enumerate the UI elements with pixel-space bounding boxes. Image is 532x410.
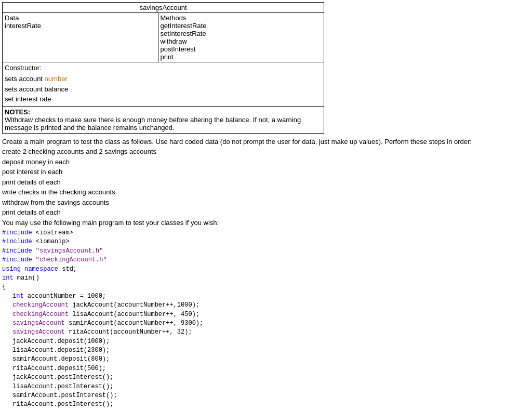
notes-label: NOTES: <box>5 108 30 116</box>
code-line5: savingsAccount ritaAccount(accountNumber… <box>2 328 530 337</box>
code-block: #include <iostream> #include <iomanip> #… <box>2 229 530 410</box>
include1: #include <iostream> <box>2 229 530 237</box>
page: savingsAccount Data interestRate Methods… <box>0 0 532 410</box>
constructor-text: sets account number sets account balance… <box>5 74 322 104</box>
uml-table: savingsAccount Data interestRate Methods… <box>2 2 324 62</box>
constructor-item-2: sets account balance <box>5 84 322 95</box>
method-withdraw: withdraw <box>161 37 322 45</box>
using-line: using namespace std; <box>2 265 530 274</box>
code-line7: lisaAccount.deposit(2300); <box>2 346 530 355</box>
desc-line4: post interest in each <box>2 167 530 177</box>
desc-line5: print details of each <box>2 177 530 188</box>
constructor-section: Constructor: sets account number sets ac… <box>2 62 324 107</box>
method-print: print <box>161 53 322 61</box>
class-name: savingsAccount <box>3 3 324 13</box>
method-setInterestRate: setInterestRate <box>161 30 322 37</box>
include2: #include <iomanip> <box>2 237 530 246</box>
desc-line2: create 2 checking accounts and 2 savings… <box>2 147 530 157</box>
constructor-item-1: sets account number <box>5 74 322 84</box>
code-line8: samirAccount.deposit(800); <box>2 355 530 364</box>
code-line3: checkingAccount lisaAccount(accountNumbe… <box>2 310 530 319</box>
code-line9: ritaAccount.deposit(500); <box>2 364 530 373</box>
code-line2: checkingAccount jackAccount(accountNumbe… <box>2 301 530 310</box>
code-line13: ritaAccount.postInterest(); <box>2 400 530 409</box>
constructor-label: Constructor: <box>5 64 322 72</box>
code-line12: samirAccount.postInterest(); <box>2 391 530 400</box>
methods-label: Methods <box>161 14 322 22</box>
code-line11: lisaAccount.postInterest(); <box>2 382 530 391</box>
notes-text: Withdraw checks to make sure there is en… <box>5 116 301 131</box>
code-line6: jackAccount.deposit(1000); <box>2 337 530 346</box>
code-line10: jackAccount.postInterest(); <box>2 373 530 382</box>
desc-line6: write checks in the checking accounts <box>2 187 530 197</box>
method-getInterestRate: getInterestRate <box>161 22 322 30</box>
code-line4: savingsAccount samirAccount(accountNumbe… <box>2 319 530 328</box>
data-field: interestRate <box>5 22 156 30</box>
main-decl: int main() <box>2 274 530 283</box>
method-postInterest: postInterest <box>161 45 322 53</box>
code-line1: int accountNumber = 1000; <box>2 292 530 301</box>
open-brace: { <box>2 283 530 292</box>
include4: #include "checkingAccount.h" <box>2 256 530 264</box>
constructor-item-3: set interest rate <box>5 94 322 104</box>
include3: #include "savingsAccount.h" <box>2 247 530 256</box>
desc-line3: deposit money in each <box>2 157 530 167</box>
desc-line1: Create a main program to test the class … <box>2 137 530 147</box>
desc-line9: You may use the following main program t… <box>2 218 530 228</box>
methods-column: Methods getInterestRate setInterestRate … <box>158 13 324 62</box>
data-column: Data interestRate <box>3 13 158 62</box>
notes-section: NOTES: Withdraw checks to make sure ther… <box>2 107 324 134</box>
desc-line8: print details of each <box>2 207 530 218</box>
data-label: Data <box>5 14 156 22</box>
description-section: Create a main program to test the class … <box>2 137 530 228</box>
desc-line7: withdraw from the savings accounts <box>2 197 530 208</box>
